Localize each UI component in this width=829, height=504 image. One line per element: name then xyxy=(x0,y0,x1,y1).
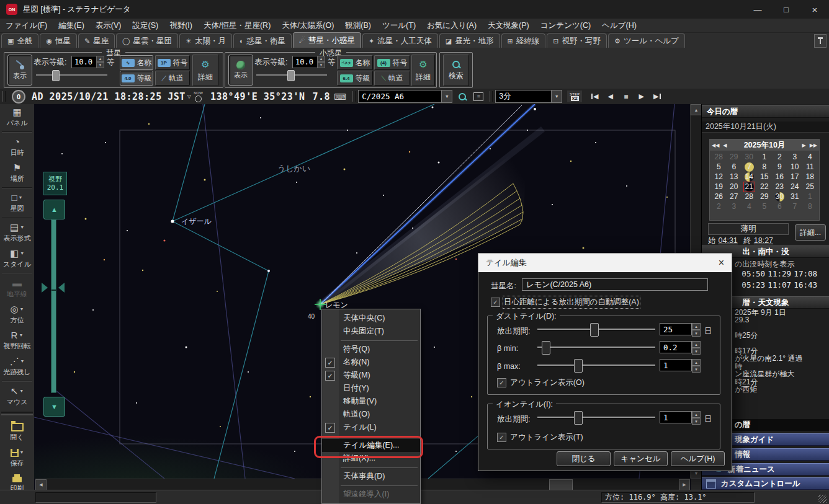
help-button[interactable]: ヘルプ(H) xyxy=(671,451,725,466)
tab-恒星[interactable]: ◉恒星 xyxy=(40,33,77,48)
menu-item[interactable]: 天文現象(P) xyxy=(482,20,535,31)
panel-bar-カスタムコントロール[interactable]: カスタムコントロール xyxy=(702,477,829,490)
menu-item[interactable]: 編集(E) xyxy=(53,20,90,31)
tab-全般[interactable]: ▣全般 xyxy=(1,33,38,48)
calendar-day-2[interactable]: 2 xyxy=(772,152,787,162)
comet-magnitude-button[interactable]: 4.0等級 xyxy=(120,71,153,86)
zoom-slider-handle-right[interactable] xyxy=(58,283,65,293)
dust-outline-checkbox[interactable]: ✓ アウトライン表示(O) xyxy=(497,378,585,388)
ion-emission-stepper[interactable]: ▲▼ xyxy=(692,411,701,425)
dust-emission-stepper[interactable]: ▲▼ xyxy=(692,323,701,337)
context-menu-item-軌道(O)[interactable]: 軌道(O) xyxy=(322,408,420,421)
now-clock-icon[interactable]: NOW xyxy=(194,91,203,102)
calendar-day-16[interactable]: 16 xyxy=(772,172,787,182)
comet-detail-button[interactable]: ⚙詳細 xyxy=(192,55,218,86)
ion-emission-slider[interactable] xyxy=(537,411,655,423)
timezone-dropdown-icon[interactable]: ▽ xyxy=(187,94,191,99)
calendar-day-2[interactable]: 2 xyxy=(711,201,727,211)
step-x2-icon[interactable]: STEPx2 xyxy=(567,91,582,102)
dust-emission-input[interactable]: 25 xyxy=(660,323,692,335)
calendar-day-7[interactable]: 7 xyxy=(742,162,757,172)
calendar-day-24[interactable]: 24 xyxy=(787,182,803,192)
twilight-end-time[interactable]: 18:27 xyxy=(754,236,773,245)
context-menu-item-テイル編集(E)...[interactable]: テイル編集(E)... xyxy=(322,439,420,452)
zoom-in-button[interactable]: ▲ xyxy=(43,200,65,219)
context-menu-item-テイル(L)[interactable]: テイル(L)✓ xyxy=(322,421,420,434)
calendar-day-21[interactable]: 21 xyxy=(742,182,757,192)
stop-button[interactable]: ■ xyxy=(619,91,632,102)
calendar-day-6[interactable]: 6 xyxy=(772,201,787,211)
skip-forward-button[interactable]: ▶ xyxy=(650,91,663,102)
context-menu-item-符号(Q)[interactable]: 符号(Q) xyxy=(322,343,420,356)
comet-mag-stepper[interactable]: ▲▼ xyxy=(96,56,104,68)
calendar-day-28[interactable]: 28 xyxy=(711,152,727,162)
asteroid-orbit-button[interactable]: ⟍軌道 xyxy=(374,71,410,86)
close-dialog-button[interactable]: 閉じる xyxy=(557,451,611,466)
sidebar-item-方位[interactable]: ◎▼方位 xyxy=(0,301,34,327)
calendar-day-23[interactable]: 23 xyxy=(772,182,787,192)
close-button[interactable]: × xyxy=(800,0,829,19)
calendar-day-10[interactable]: 10 xyxy=(787,162,803,172)
interval-combobox[interactable]: 3分▼ xyxy=(495,90,562,103)
calendar-day-30[interactable]: 30 xyxy=(772,192,787,201)
calendar-day-29[interactable]: 29 xyxy=(727,152,742,162)
calendar-day-9[interactable]: 9 xyxy=(772,162,787,172)
calendar-day-1[interactable]: 1 xyxy=(757,152,773,162)
zoom-out-button[interactable]: ▼ xyxy=(43,397,65,417)
menu-item[interactable]: 観測(B) xyxy=(339,20,377,31)
calendar-day-4[interactable]: 4 xyxy=(802,152,818,162)
calendar-day-3[interactable]: 3 xyxy=(787,152,803,162)
menu-item[interactable]: 天体/恒星・星座(R) xyxy=(198,20,276,31)
keyboard-icon[interactable]: ⌨ xyxy=(334,92,346,102)
ion-emission-input[interactable]: 1 xyxy=(660,411,692,423)
comet-mag-slider[interactable] xyxy=(36,70,107,80)
asteroid-detail-button[interactable]: ⚙詳細 xyxy=(411,55,435,86)
context-menu-item-等級(M)[interactable]: 等級(M)✓ xyxy=(322,369,420,382)
menu-item[interactable]: 表示(V) xyxy=(90,20,127,31)
sidebar-item-印刷[interactable]: 印刷 xyxy=(0,471,34,490)
comet-code-button[interactable]: 1P符号 xyxy=(155,55,190,70)
dialog-close-icon[interactable]: × xyxy=(719,257,724,268)
calendar-day-6[interactable]: 6 xyxy=(727,162,742,172)
auto-adjust-checkbox[interactable]: ✓ 日心距離による放出期間の自動調整(A) xyxy=(491,297,639,307)
calendar-day-26[interactable]: 26 xyxy=(711,192,727,201)
minimize-button[interactable]: — xyxy=(743,0,772,19)
context-menu-item-天体事典(D)[interactable]: 天体事典(D) xyxy=(322,470,420,483)
calendar-day-5[interactable]: 5 xyxy=(711,162,727,172)
pin-icon[interactable] xyxy=(814,34,827,48)
sidebar-item-視野回転[interactable]: R▼視野回転 xyxy=(0,327,34,353)
calendar-day-5[interactable]: 5 xyxy=(757,201,773,211)
beta-max-stepper[interactable]: ▲▼ xyxy=(692,359,701,373)
next-month-icon[interactable]: ▶ xyxy=(800,143,808,148)
calendar-day-25[interactable]: 25 xyxy=(802,182,818,192)
tab-流星・人工天体[interactable]: ✦流星・人工天体 xyxy=(362,33,438,48)
comet-name-field[interactable]: レモン(C/2025 A6) xyxy=(522,278,708,291)
twilight-start-time[interactable]: 04:31 xyxy=(719,236,738,245)
skip-back-button[interactable]: ◀ xyxy=(588,91,601,102)
beta-max-input[interactable]: 1 xyxy=(660,359,692,371)
zoom-slider[interactable] xyxy=(51,219,56,393)
ion-outline-checkbox[interactable]: ✓ アウトライン表示(T) xyxy=(497,432,583,443)
today-calendar-header[interactable]: 今日の暦 xyxy=(702,105,829,118)
calendar-day-13[interactable]: 13 xyxy=(727,172,742,182)
calendar-day-8[interactable]: 8 xyxy=(802,201,818,211)
calendar-day-3[interactable]: 3 xyxy=(727,201,742,211)
step-back-button[interactable]: ◀ xyxy=(604,91,617,102)
sidebar-item-表示形式[interactable]: ▤▼表示形式 xyxy=(0,219,34,245)
calendar-day-17[interactable]: 17 xyxy=(787,172,803,182)
beta-min-slider[interactable] xyxy=(537,341,655,353)
calendar-day-28[interactable]: 28 xyxy=(742,192,757,201)
prev-month-icon[interactable]: ◀ xyxy=(721,143,728,148)
calendar-day-7[interactable]: 7 xyxy=(787,201,803,211)
asteroid-mag-stepper[interactable]: ▲▼ xyxy=(317,56,325,68)
maximize-button[interactable]: □ xyxy=(772,0,800,19)
asteroid-mag-slider[interactable] xyxy=(256,70,327,80)
tab-惑星・衛星[interactable]: ◐惑星・衛星 xyxy=(233,33,292,48)
tab-太陽・月[interactable]: ☀太陽・月 xyxy=(179,33,232,48)
cancel-button[interactable]: キャンセル xyxy=(614,451,668,466)
asteroid-magnitude-button[interactable]: 6.4等級 xyxy=(337,71,373,86)
menu-item[interactable]: 設定(S) xyxy=(127,20,164,31)
sidebar-item-開く[interactable]: 開く xyxy=(0,418,34,444)
context-menu-item-名称(N)[interactable]: 名称(N)✓ xyxy=(322,356,420,369)
menu-item[interactable]: コンテンツ(C) xyxy=(535,20,596,31)
